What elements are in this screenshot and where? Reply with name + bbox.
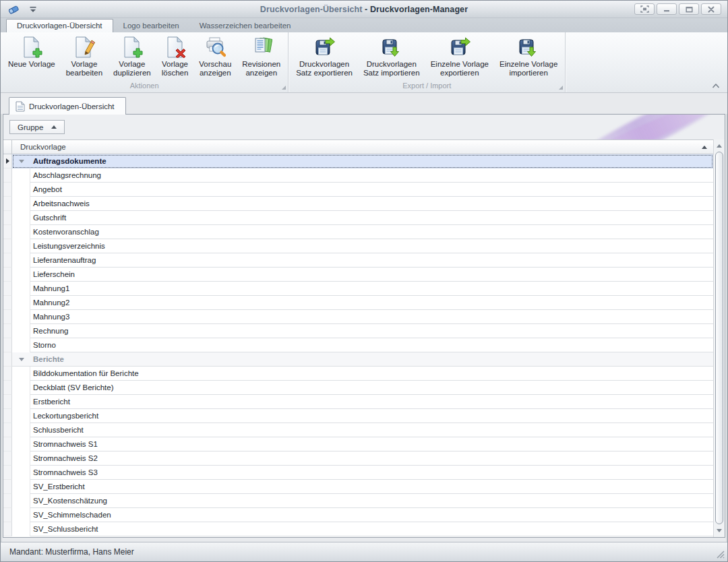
table-row[interactable]: Rechnung xyxy=(3,324,713,338)
row-indicator-cell xyxy=(3,494,12,508)
expand-cell xyxy=(12,367,30,381)
table-row[interactable]: Arbeitsnachweis xyxy=(3,197,713,211)
collapse-group-icon[interactable] xyxy=(19,358,24,361)
current-row-arrow-icon xyxy=(6,158,9,164)
row-label: Leistungsverzeichnis xyxy=(30,239,713,253)
table-row[interactable]: Angebot xyxy=(3,183,713,197)
quick-access-toolbar xyxy=(7,3,37,15)
table-row[interactable]: Lieferschein xyxy=(3,268,713,282)
row-indicator-cell xyxy=(3,225,12,239)
table-row[interactable]: Erstbericht xyxy=(3,395,713,409)
row-indicator-cell xyxy=(3,239,12,253)
ribbon-tab-1[interactable]: Logo bearbeiten xyxy=(113,20,189,32)
row-label: Mahnung3 xyxy=(30,310,713,324)
table-row[interactable]: Storno xyxy=(3,338,713,352)
expand-cell[interactable] xyxy=(12,352,30,367)
column-header-druckvorlage[interactable]: Druckvorlage xyxy=(12,140,713,154)
group-by-gruppe-button[interactable]: Gruppe xyxy=(9,120,65,134)
table-row[interactable]: Deckblatt (SV Berichte) xyxy=(3,381,713,395)
table-row[interactable]: Stromnachweis S3 xyxy=(3,466,713,480)
table-row[interactable]: Leckortungsbericht xyxy=(3,409,713,423)
table-row[interactable]: SV_Schlussbericht xyxy=(3,522,713,536)
expand-cell xyxy=(12,168,30,183)
ribbon-button-label: Revisionenanzeigen xyxy=(242,60,280,77)
import-single-button[interactable]: Einzelne Vorlageimportieren xyxy=(494,32,563,79)
row-indicator-cell xyxy=(3,451,12,466)
row-indicator-cell xyxy=(3,395,12,409)
group-by-label: Gruppe xyxy=(18,123,43,131)
maximize-button[interactable] xyxy=(679,3,699,15)
row-label: Rechnung xyxy=(30,324,713,338)
edit-template-button[interactable]: Vorlagebearbeiten xyxy=(61,32,108,79)
scrollbar-thumb[interactable] xyxy=(715,152,723,524)
expand-cell xyxy=(12,197,30,211)
table-row[interactable]: Stromnachweis S1 xyxy=(3,437,713,451)
duplicate-template-button[interactable]: Vorlageduplizieren xyxy=(108,32,156,79)
ribbon-collapse-icon[interactable] xyxy=(711,82,721,89)
resize-grip[interactable] xyxy=(715,549,725,559)
scroll-up-icon[interactable] xyxy=(717,144,722,148)
table-row[interactable]: Leistungsverzeichnis xyxy=(3,239,713,253)
decorative-swoosh xyxy=(549,115,725,139)
table-row[interactable]: Kostenvoranschlag xyxy=(3,225,713,239)
table-row[interactable]: Mahnung2 xyxy=(3,296,713,310)
new-template-button[interactable]: Neue Vorlage xyxy=(3,32,61,70)
row-label: Stromnachweis S2 xyxy=(30,451,713,466)
row-label: Leckortungsbericht xyxy=(30,409,713,423)
sort-ascending-icon xyxy=(702,146,707,149)
expand-cell xyxy=(12,253,30,268)
collapse-group-icon[interactable] xyxy=(19,160,24,163)
row-label: Bilddokumentation für Berichte xyxy=(30,367,713,381)
table-row[interactable]: SV_Erstbericht xyxy=(3,480,713,494)
ribbon-button-label: Neue Vorlage xyxy=(8,60,55,69)
delete-template-button[interactable]: Vorlagelöschen xyxy=(156,32,194,79)
quick-access-dropdown-icon[interactable] xyxy=(29,6,37,13)
title-bar[interactable]: Druckvorlagen-Übersicht - Druckvorlagen-… xyxy=(1,1,727,18)
fit-screen-icon xyxy=(640,5,649,13)
vertical-scrollbar[interactable] xyxy=(713,139,725,537)
expand-cell xyxy=(12,494,30,508)
table-row[interactable]: Schlussbericht xyxy=(3,423,713,437)
expand-cell xyxy=(12,183,30,197)
table-row[interactable]: Stromnachweis S2 xyxy=(3,451,713,466)
scroll-down-icon[interactable] xyxy=(717,529,722,532)
table-row[interactable]: SV_Kostenschätzung xyxy=(3,494,713,508)
row-indicator-cell xyxy=(3,324,12,338)
tab-druckvorlagen-uebersicht[interactable]: Druckvorlagen-Übersicht xyxy=(9,97,126,115)
ribbon-button-label: DruckvorlagenSatz importieren xyxy=(363,60,420,77)
group-row[interactable]: Auftragsdokumente xyxy=(3,154,713,168)
ribbon-button-label: Einzelne Vorlageexportieren xyxy=(431,60,489,77)
fit-screen-button[interactable] xyxy=(634,3,655,15)
revisions-button[interactable]: Revisionenanzeigen xyxy=(237,32,286,79)
ribbon-tab-0[interactable]: Druckvorlagen-Übersicht xyxy=(6,19,113,32)
row-indicator-cell xyxy=(3,423,12,437)
row-indicator-cell xyxy=(3,381,12,395)
table-row[interactable]: Mahnung3 xyxy=(3,310,713,324)
expand-cell[interactable] xyxy=(12,154,30,168)
row-indicator-cell xyxy=(3,508,12,522)
status-bar: Mandant: Musterfirma, Hans Meier xyxy=(1,542,727,561)
table-row[interactable]: Mahnung1 xyxy=(3,282,713,296)
export-set-button[interactable]: DruckvorlagenSatz exportieren xyxy=(291,32,358,79)
row-label: Mahnung2 xyxy=(30,296,713,310)
ribbon-button-label: DruckvorlagenSatz exportieren xyxy=(296,60,353,77)
table-row[interactable]: Abschlagsrechnung xyxy=(3,168,713,183)
dialog-launcher-icon[interactable] xyxy=(559,86,563,90)
minimize-button[interactable] xyxy=(657,3,677,15)
import-set-button[interactable]: DruckvorlagenSatz importieren xyxy=(358,32,425,79)
table-row[interactable]: Bilddokumentation für Berichte xyxy=(3,367,713,381)
group-row[interactable]: Berichte xyxy=(3,352,713,367)
ribbon-tab-2[interactable]: Wasserzeichen bearbeiten xyxy=(189,20,301,32)
app-window: Druckvorlagen-Übersicht - Druckvorlagen-… xyxy=(0,0,728,562)
export-single-button[interactable]: Einzelne Vorlageexportieren xyxy=(425,32,494,79)
row-label: Arbeitsnachweis xyxy=(30,197,713,211)
table-row[interactable]: Gutschrift xyxy=(3,211,713,225)
table-row[interactable]: Lieferantenauftrag xyxy=(3,253,713,268)
table-row[interactable]: SV_Schimmelschaden xyxy=(3,508,713,522)
expand-cell xyxy=(12,508,30,522)
dialog-launcher-icon[interactable] xyxy=(282,86,286,90)
close-button[interactable] xyxy=(701,3,721,15)
ribbon-button-label: Einzelne Vorlageimportieren xyxy=(499,60,557,77)
ribbon-group: DruckvorlagenSatz exportierenDruckvorlag… xyxy=(289,32,566,92)
preview-button[interactable]: Vorschauanzeigen xyxy=(193,32,237,79)
